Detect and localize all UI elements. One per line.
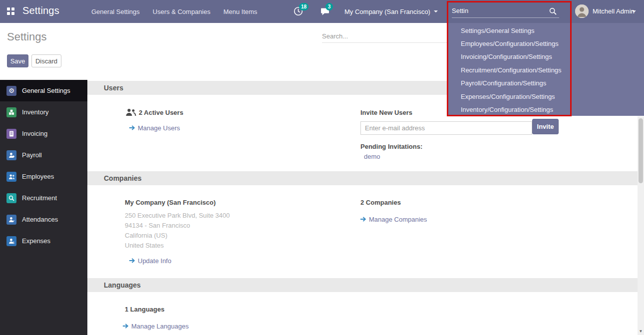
company-address-line: United States — [125, 242, 164, 249]
recruitment-icon — [6, 193, 16, 203]
company-address-line: California (US) — [125, 232, 167, 239]
menu-search-results: Settings/General Settings Employees/Conf… — [447, 23, 644, 116]
user-avatar[interactable] — [575, 4, 589, 18]
payroll-icon — [6, 150, 16, 160]
active-users-count: 2 Active Users — [139, 109, 183, 116]
sidebar-item-label: Inventory — [22, 108, 48, 116]
company-address-line: 94134 - San Francisco — [125, 222, 190, 229]
arrow-right-icon — [123, 323, 129, 330]
chevron-down-icon — [632, 10, 636, 12]
company-name-label: My Company (San Francisco) — [344, 8, 430, 15]
arrow-right-icon — [129, 257, 135, 265]
invite-new-users-title: Invite New Users — [360, 109, 412, 116]
inventory-icon — [6, 107, 16, 117]
sidebar-item-expenses[interactable]: $ Expenses — [0, 230, 87, 252]
menu-menu-items[interactable]: Menu Items — [223, 8, 257, 15]
update-info-link[interactable]: Update Info — [129, 257, 171, 265]
search-result-item[interactable]: Payroll/Configuration/Settings — [447, 77, 644, 90]
sidebar-item-employees[interactable]: Employees — [0, 166, 87, 187]
search-result-item[interactable]: Inventory/Configuration/Settings — [447, 103, 644, 116]
menu-users-companies[interactable]: Users & Companies — [153, 8, 211, 15]
svg-text:$: $ — [12, 241, 14, 244]
search-result-item[interactable]: Settings/General Settings — [447, 24, 644, 37]
menu-general-settings[interactable]: General Settings — [91, 8, 140, 15]
sidebar-item-label: General Settings — [22, 87, 70, 94]
user-menu[interactable]: Mitchell Admin — [593, 7, 635, 15]
search-result-item[interactable]: Expenses/Configuration/Settings — [447, 90, 644, 103]
odoo-settings-screen: Settings Save Discard Users 2 Active Use… — [0, 0, 644, 335]
invoicing-icon — [6, 129, 16, 139]
section-title: Companies — [104, 174, 141, 182]
expenses-icon: $ — [6, 236, 16, 246]
update-info-label: Update Info — [138, 257, 171, 265]
sidebar-item-general-settings[interactable]: ⚙ General Settings — [0, 80, 87, 101]
sidebar-item-label: Invoicing — [22, 130, 47, 137]
sidebar-item-label: Recruitment — [22, 194, 57, 202]
search-result-item[interactable]: Recruitment/Configuration/Settings — [447, 63, 644, 76]
sidebar-item-label: Payroll — [22, 151, 42, 159]
employees-icon — [6, 172, 16, 182]
pending-invitations-label: Pending Invitations: — [360, 143, 422, 150]
general-settings-icon: ⚙ — [6, 86, 16, 96]
arrow-right-icon — [129, 124, 135, 132]
sidebar-item-attendances[interactable]: Attendances — [0, 209, 87, 230]
company-address-line: 250 Executive Park Blvd, Suite 3400 — [125, 212, 230, 219]
sidebar-item-inventory[interactable]: Inventory — [0, 101, 87, 123]
navbar-menu: General Settings Users & Companies Menu … — [91, 0, 257, 23]
manage-languages-link[interactable]: Manage Languages — [123, 323, 189, 330]
companies-count: 2 Companies — [360, 199, 401, 206]
section-header-companies: Companies — [87, 171, 638, 185]
arrow-right-icon — [360, 216, 366, 223]
app-title[interactable]: Settings — [22, 5, 59, 16]
sidebar-item-label: Expenses — [22, 237, 50, 245]
messages-badge: 3 — [325, 3, 333, 10]
search-result-item[interactable]: Employees/Configuration/Settings — [447, 37, 644, 50]
manage-users-link[interactable]: Manage Users — [129, 124, 180, 132]
company-switcher[interactable]: My Company (San Francisco) — [344, 0, 438, 23]
search-icon[interactable] — [549, 7, 557, 16]
vertical-scrollbar[interactable]: ▼ — [638, 116, 644, 335]
sidebar-item-invoicing[interactable]: Invoicing — [0, 123, 87, 144]
company-name: My Company (San Francisco) — [125, 199, 216, 206]
sidebar-item-label: Attendances — [22, 216, 58, 223]
manage-languages-label: Manage Languages — [131, 323, 189, 330]
apps-menu-icon[interactable] — [7, 7, 15, 15]
chevron-down-icon — [434, 10, 438, 12]
section-header-languages: Languages — [87, 278, 638, 292]
sidebar-item-label: Employees — [22, 173, 54, 180]
settings-sidebar: ⚙ General Settings Inventory Invoicing P… — [0, 80, 87, 335]
activity-badge: 18 — [299, 3, 309, 10]
sidebar-item-recruitment[interactable]: Recruitment — [0, 187, 87, 209]
invite-button[interactable]: Invite — [532, 119, 559, 134]
users-icon — [125, 108, 136, 117]
invite-email-field[interactable] — [360, 121, 532, 135]
manage-companies-link[interactable]: Manage Companies — [360, 216, 427, 223]
scrollbar-thumb[interactable] — [639, 118, 643, 183]
manage-users-label: Manage Users — [138, 124, 180, 132]
languages-count: 1 Languages — [125, 306, 164, 313]
menu-search-results-panel: Settings/General Settings Employees/Conf… — [447, 23, 644, 116]
attendances-icon — [6, 215, 16, 225]
menu-search-input[interactable] — [452, 4, 559, 18]
discard-button[interactable]: Discard — [31, 54, 61, 67]
page-title: Settings — [7, 30, 47, 43]
section-title: Languages — [104, 281, 141, 289]
section-title: Users — [104, 84, 123, 92]
pending-invitation-tag[interactable]: demo — [364, 153, 380, 160]
manage-companies-label: Manage Companies — [369, 216, 427, 223]
save-button[interactable]: Save — [7, 54, 28, 67]
search-result-item[interactable]: Invoicing/Configuration/Settings — [447, 50, 644, 63]
scrollbar-down-arrow-icon[interactable]: ▼ — [638, 327, 644, 335]
sidebar-item-payroll[interactable]: Payroll — [0, 144, 87, 166]
